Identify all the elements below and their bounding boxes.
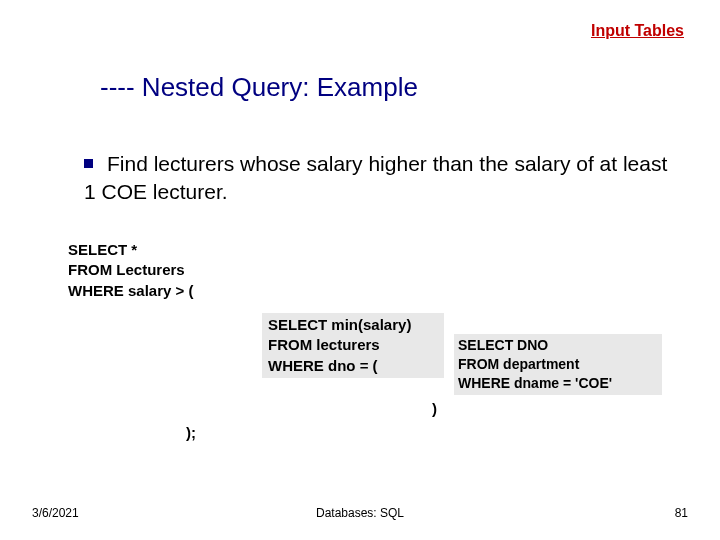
bullet-item: Find lecturers whose salary higher than … bbox=[84, 150, 680, 207]
inner-query-block: SELECT DNO FROM department WHERE dname =… bbox=[454, 334, 662, 395]
input-tables-link[interactable]: Input Tables bbox=[591, 22, 684, 40]
close-mid-paren: ) bbox=[432, 400, 437, 417]
mid-query-l3: WHERE dno = ( bbox=[268, 356, 438, 376]
title-prefix: ---- bbox=[100, 72, 142, 102]
inner-query-l3: WHERE dname = 'COE' bbox=[458, 374, 658, 393]
footer-page-number: 81 bbox=[675, 506, 688, 520]
mid-query-block: SELECT min(salary) FROM lecturers WHERE … bbox=[262, 313, 444, 378]
inner-query-l2: FROM department bbox=[458, 355, 658, 374]
title-text: Nested Query: Example bbox=[142, 72, 418, 102]
mid-query-l1: SELECT min(salary) bbox=[268, 315, 438, 335]
outer-query-l1: SELECT * bbox=[68, 240, 193, 260]
outer-query-l2: FROM Lecturers bbox=[68, 260, 193, 280]
outer-query-l3: WHERE salary > ( bbox=[68, 281, 193, 301]
mid-query-l2: FROM lecturers bbox=[268, 335, 438, 355]
inner-query-l1: SELECT DNO bbox=[458, 336, 658, 355]
slide-title: ---- Nested Query: Example bbox=[100, 72, 418, 103]
bullet-text: Find lecturers whose salary higher than … bbox=[84, 152, 667, 203]
square-bullet-icon bbox=[84, 159, 93, 168]
close-outer-paren: ); bbox=[186, 424, 196, 441]
footer-center: Databases: SQL bbox=[0, 506, 720, 520]
outer-query-block: SELECT * FROM Lecturers WHERE salary > ( bbox=[68, 240, 193, 301]
